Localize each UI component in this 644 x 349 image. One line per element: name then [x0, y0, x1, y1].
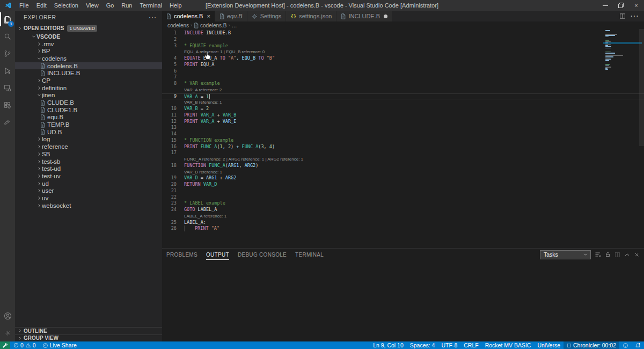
minimap[interactable]: [605, 30, 628, 70]
codelens-row[interactable]: VAR_D reference: 1: [162, 169, 644, 176]
restore-button[interactable]: [613, 0, 628, 11]
language-mode-status[interactable]: Rocket MV BASIC: [482, 341, 535, 349]
menu-file[interactable]: File: [16, 0, 33, 11]
code-line-24[interactable]: 24GOTO LABEL_A: [162, 207, 644, 213]
indentation-status[interactable]: Spaces: 4: [407, 341, 438, 349]
code-line-21[interactable]: 21: [162, 188, 644, 194]
tree-item-bp[interactable]: BP: [15, 47, 162, 55]
editor-more-actions-icon[interactable]: ···: [630, 11, 639, 21]
code-line-4[interactable]: 4EQUATE EQU_A TO "A", EQU_B TO "B": [162, 55, 644, 62]
tree-item-websocket[interactable]: websocket: [15, 202, 162, 209]
tree-item-test-ud[interactable]: test-ud: [15, 165, 162, 172]
tree-item-definition[interactable]: definition: [15, 84, 162, 92]
tree-item-cp[interactable]: CP: [15, 77, 162, 84]
code-line-25[interactable]: 25LABEL_A:: [162, 220, 644, 226]
tree-item-uv[interactable]: uv: [15, 194, 162, 202]
clear-output-icon[interactable]: [595, 251, 601, 258]
tree-item-jinen[interactable]: jinen: [15, 92, 162, 99]
tree-item-ud[interactable]: ud: [15, 180, 162, 187]
code-line-3[interactable]: 3* EQUATE example: [162, 43, 644, 49]
activity-live-share[interactable]: [0, 114, 15, 131]
lock-scroll-icon[interactable]: [605, 251, 611, 258]
codelens-row[interactable]: EQU_A reference: 1 | EQU_B reference: 0: [162, 49, 644, 55]
tree-item-.rmv[interactable]: .rmv: [15, 40, 162, 48]
tree-item-temp.b[interactable]: TEMP.B: [15, 121, 162, 128]
output-channel-select[interactable]: Tasks: [540, 250, 591, 259]
code-line-15[interactable]: 15* FUNCTION example: [162, 137, 644, 144]
modified-dot-icon[interactable]: [384, 14, 387, 18]
panel-tab-problems[interactable]: PROBLEMS: [166, 250, 197, 259]
code-line-11[interactable]: 11PRINT VAR_A + VAR_B: [162, 112, 644, 119]
menu-go[interactable]: Go: [103, 0, 118, 11]
activity-remote-explorer[interactable]: [0, 79, 15, 97]
code-line-22[interactable]: 22: [162, 194, 644, 201]
breadcrumb-item[interactable]: codelens: [167, 23, 189, 28]
tab-equ.b[interactable]: equ.B: [215, 11, 247, 21]
split-panel-icon[interactable]: [614, 252, 620, 258]
encoding-status[interactable]: UTF-8: [438, 341, 460, 349]
tab-include.b[interactable]: INCLUDE.B: [336, 11, 392, 21]
code-line-14[interactable]: 14: [162, 131, 644, 137]
eol-status[interactable]: CRLF: [460, 341, 481, 349]
sidebar-more-actions-icon[interactable]: ···: [149, 13, 157, 21]
section-outline[interactable]: OUTLINE: [15, 327, 162, 335]
open-editors-section[interactable]: OPEN EDITORS 1 UNSAVED: [15, 24, 162, 33]
code-line-8[interactable]: 8* VAR example: [162, 81, 644, 87]
tab-settings.json[interactable]: {} settings.json: [286, 11, 336, 21]
section-group-view[interactable]: GROUP VIEW: [15, 335, 162, 342]
tree-item-reference[interactable]: reference: [15, 143, 162, 150]
close-button[interactable]: ×: [628, 0, 644, 11]
menu-selection[interactable]: Selection: [50, 0, 82, 11]
problems-status[interactable]: 0 0: [10, 341, 39, 349]
code-line-23[interactable]: 23* LABEL example: [162, 200, 644, 207]
menu-terminal[interactable]: Terminal: [136, 0, 166, 11]
close-panel-icon[interactable]: [634, 252, 640, 258]
code-line-1[interactable]: 1INCLUDE INCLUDE.B: [162, 30, 644, 37]
menu-edit[interactable]: Edit: [33, 0, 50, 11]
codelens-row[interactable]: VAR_A reference: 2: [162, 87, 644, 93]
tree-item-vscode[interactable]: VSCODE: [15, 33, 162, 40]
code-editor[interactable]: 1INCLUDE INCLUDE.B23* EQUATE exampleEQU_…: [162, 29, 644, 248]
codelens-row[interactable]: LABEL_A reference: 1: [162, 213, 644, 220]
chronicler-status[interactable]: Chronicler: 00:02: [564, 341, 619, 349]
code-line-12[interactable]: 12PRINT VAR_A + VAR_E: [162, 119, 644, 125]
code-line-18[interactable]: 18FUNCTION FUNC_A(ARG1, ARG2): [162, 163, 644, 169]
menu-run[interactable]: Run: [118, 0, 136, 11]
tree-item-codelens[interactable]: codelens: [15, 55, 162, 62]
tree-item-equ.b[interactable]: equ.B: [15, 114, 162, 121]
activity-account[interactable]: [0, 307, 15, 324]
tree-item-user[interactable]: user: [15, 187, 162, 194]
panel-tab-output[interactable]: OUTPUT: [206, 250, 229, 260]
tab-settings[interactable]: Settings: [247, 11, 287, 21]
code-line-9[interactable]: 9VAR_A = 1: [162, 93, 644, 100]
editor-scrollbar[interactable]: [639, 29, 644, 146]
feedback-smiley[interactable]: [619, 341, 632, 349]
breadcrumb-item[interactable]: codelens.B: [200, 23, 226, 28]
menu-help[interactable]: Help: [166, 0, 186, 11]
menu-view[interactable]: View: [82, 0, 103, 11]
tree-item-include.b[interactable]: INCLUDE.B: [15, 69, 162, 77]
code-line-2[interactable]: 2: [162, 37, 644, 43]
code-line-10[interactable]: 10VAR_B = 2: [162, 106, 644, 112]
tree-item-test-sb[interactable]: test-sb: [15, 158, 162, 165]
code-line-19[interactable]: 19VAR_D = ARG1 + ARG2: [162, 175, 644, 181]
remote-indicator[interactable]: [0, 341, 10, 349]
server-status[interactable]: UniVerse: [534, 341, 564, 349]
live-share-status[interactable]: Live Share: [39, 341, 80, 349]
maximize-panel-icon[interactable]: [624, 252, 630, 258]
breadcrumb-item[interactable]: …: [232, 23, 237, 28]
code-line-13[interactable]: 13: [162, 125, 644, 131]
close-tab-icon[interactable]: ×: [207, 13, 210, 19]
tree-item-log[interactable]: log: [15, 136, 162, 143]
tree-item-clude.b[interactable]: CLUDE.B: [15, 99, 162, 106]
minimize-button[interactable]: [597, 0, 613, 11]
notifications-bell[interactable]: [632, 341, 644, 349]
tree-item-ud.b[interactable]: UD.B: [15, 128, 162, 136]
activity-explorer[interactable]: 1: [0, 11, 15, 28]
activity-run-debug[interactable]: [0, 62, 15, 79]
tab-codelens.b[interactable]: codelens.B ×: [162, 11, 215, 21]
split-editor-icon[interactable]: [619, 13, 626, 19]
panel-tab-debug-console[interactable]: DEBUG CONSOLE: [238, 250, 287, 259]
activity-settings[interactable]: [0, 324, 15, 341]
tree-item-test-uv[interactable]: test-uv: [15, 172, 162, 180]
